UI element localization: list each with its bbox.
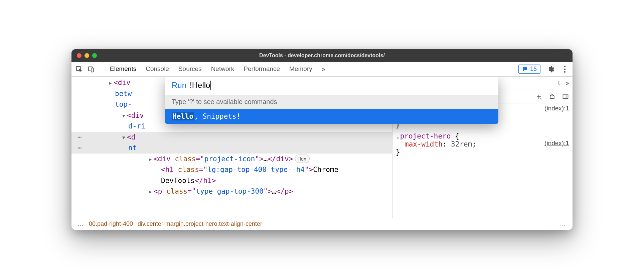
tab-memory[interactable]: Memory [289, 65, 312, 73]
flex-badge[interactable]: flex [295, 155, 309, 163]
tab-sources[interactable]: Sources [178, 65, 202, 73]
breadcrumb-overflow-left[interactable]: … [77, 220, 84, 227]
tab-elements[interactable]: Elements [110, 65, 136, 73]
command-menu: Run !Hello Type '?' to see available com… [165, 77, 498, 124]
titlebar: DevTools - developer.chrome.com/docs/dev… [71, 49, 573, 62]
svg-point-4 [564, 68, 566, 70]
console-messages-badge[interactable]: 15 [518, 65, 540, 74]
settings-icon[interactable] [547, 66, 554, 73]
source-link[interactable]: (index):1 [544, 105, 569, 112]
command-input[interactable]: !Hello [190, 81, 211, 90]
svg-rect-2 [91, 68, 94, 72]
close-window-button[interactable] [77, 53, 82, 58]
svg-point-3 [564, 66, 566, 67]
command-result[interactable]: Hello, Snippets! [165, 109, 498, 124]
tab-console[interactable]: Console [146, 65, 169, 73]
subtab-partial[interactable]: t [558, 80, 560, 87]
breadcrumb-item[interactable]: 00.pad-right-400 [89, 220, 133, 227]
command-input-row[interactable]: Run !Hello [165, 77, 498, 95]
message-icon [522, 66, 528, 72]
body-area: ▶<div betw top- ▼<div d-ri ▼<d nt ▶<div … [71, 77, 573, 218]
messages-count: 15 [530, 66, 537, 73]
window-title: DevTools - developer.chrome.com/docs/dev… [71, 53, 573, 59]
command-prefix: Run [172, 81, 186, 90]
subtabs-overflow-icon[interactable]: » [566, 80, 569, 87]
svg-point-5 [564, 71, 566, 72]
traffic-lights [77, 53, 97, 58]
source-link[interactable]: (index):1 [544, 140, 569, 147]
minimize-window-button[interactable] [85, 53, 89, 58]
main-toolbar: Elements Console Sources Network Perform… [71, 62, 573, 77]
device-toggle-icon[interactable] [88, 66, 95, 73]
breadcrumb-overflow-right[interactable]: … [560, 220, 567, 227]
svg-rect-7 [563, 95, 568, 99]
breadcrumb[interactable]: … 00.pad-right-400 div.center-margin.pro… [71, 218, 573, 230]
inspect-element-icon[interactable] [75, 66, 83, 73]
dom-line-selected[interactable]: ▼<d [71, 132, 392, 143]
more-options-icon[interactable] [561, 66, 569, 73]
maximize-window-button[interactable] [92, 53, 97, 58]
tab-performance[interactable]: Performance [244, 65, 280, 73]
toggle-classes-icon[interactable] [548, 93, 556, 100]
dom-line-selected[interactable]: nt [71, 143, 392, 154]
add-rule-icon[interactable] [535, 93, 542, 100]
tab-network[interactable]: Network [211, 65, 234, 73]
dom-line[interactable]: <h1 class="lg:gap-top-400 type--h4">Chro… [71, 164, 392, 175]
dom-line[interactable]: ▶<p class="type gap-top-300">…</p> [71, 186, 392, 197]
toolbar-separator [101, 65, 101, 73]
toggle-sidebar-icon[interactable] [562, 93, 569, 100]
devtools-window: DevTools - developer.chrome.com/docs/dev… [71, 49, 573, 230]
svg-rect-6 [550, 96, 554, 98]
panel-tabs: Elements Console Sources Network Perform… [110, 65, 325, 73]
dom-line[interactable]: DevTools</h1> [71, 175, 392, 186]
breadcrumb-item[interactable]: div.center-margin.project-hero.text-alig… [138, 220, 262, 227]
command-hint: Type '?' to see available commands [165, 95, 498, 109]
dom-line[interactable]: ▶<div class="project-icon">…</div>flex [71, 154, 392, 165]
tabs-overflow-icon[interactable]: » [322, 65, 325, 73]
